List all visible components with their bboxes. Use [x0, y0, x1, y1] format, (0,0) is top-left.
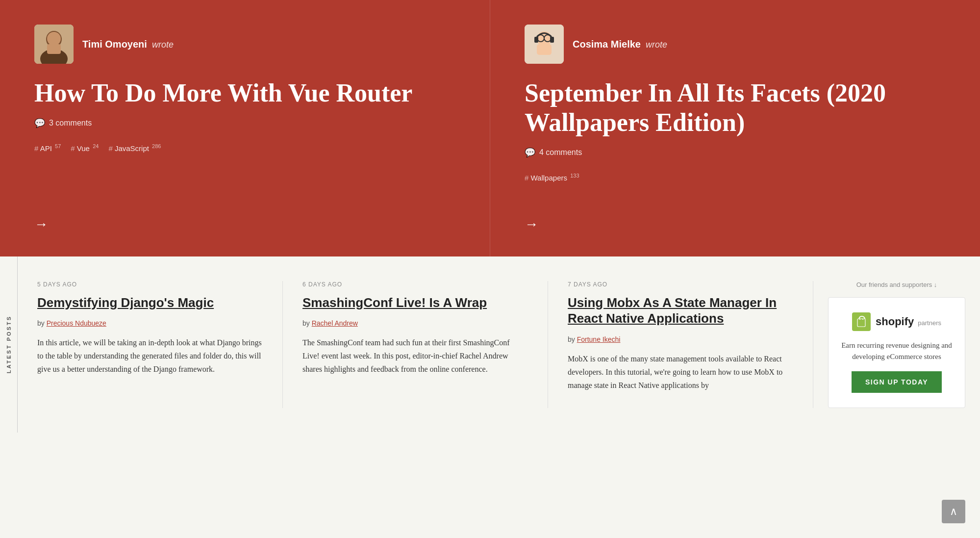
hero-arrow-1[interactable]: →: [34, 202, 460, 232]
shopify-logo: shopify partners: [852, 312, 941, 331]
hero-card-1: Timi Omoyeni wrote How To Do More With V…: [0, 0, 490, 256]
article-date-1: 5 DAYS AGO: [37, 281, 263, 288]
friends-label: Our friends and supporters ↓: [828, 281, 965, 288]
author-row-1: Timi Omoyeni wrote: [34, 25, 460, 64]
svg-rect-13: [857, 319, 865, 327]
article-excerpt-1: In this article, we will be taking an in…: [37, 336, 263, 376]
author-name-2: Cosima Mielke wrote: [573, 39, 667, 50]
author-avatar-1: [34, 25, 74, 64]
shopify-brand-name: shopify: [876, 315, 914, 328]
hero-card-2: Cosima Mielke wrote September In All Its…: [490, 0, 980, 256]
latest-label: LATEST POSTS: [6, 315, 12, 373]
svg-point-3: [47, 32, 61, 46]
signup-button[interactable]: SIGN UP TODAY: [852, 371, 942, 393]
article-author-link-3[interactable]: Fortune Ikechi: [577, 335, 621, 343]
comment-count-1: 3 comments: [49, 119, 92, 128]
author-avatar-2: [525, 25, 564, 64]
hero-title-1: How To Do More With Vue Router: [34, 78, 460, 108]
article-author-2: by Rachel Andrew: [302, 319, 528, 327]
author-name-text-1: Timi Omoyeni: [82, 39, 147, 50]
tag-api[interactable]: API 57: [34, 143, 61, 153]
ad-box: shopify partners Earn recurring revenue …: [828, 297, 965, 409]
ad-description: Earn recurring revenue designing and dev…: [840, 340, 953, 363]
latest-label-container: LATEST POSTS: [0, 256, 18, 433]
svg-rect-4: [47, 44, 61, 54]
tag-wallpapers[interactable]: Wallpapers 133: [525, 173, 579, 182]
hero-arrow-2[interactable]: →: [525, 202, 951, 232]
hero-comments-1[interactable]: 💬 3 comments: [34, 118, 460, 128]
hero-title-2: September In All Its Facets (2020 Wallpa…: [525, 78, 951, 137]
shopify-text-container: shopify partners: [876, 315, 941, 328]
hero-tags-2: Wallpapers 133: [525, 173, 951, 182]
chevron-up-icon: ∧: [950, 505, 957, 518]
hero-tags-1: API 57 Vue 24 JavaScript 286: [34, 143, 460, 153]
article-date-3: 7 DAYS AGO: [568, 281, 793, 288]
author-name-1: Timi Omoyeni wrote: [82, 39, 174, 50]
article-title-2[interactable]: SmashingConf Live! Is A Wrap: [302, 295, 528, 311]
article-title-3[interactable]: Using Mobx As A State Manager In React N…: [568, 295, 793, 327]
article-excerpt-2: The SmashingConf team had such fun at th…: [302, 336, 528, 376]
author-wrote-2: wrote: [646, 40, 667, 50]
svg-rect-7: [537, 44, 552, 55]
scroll-to-top-button[interactable]: ∧: [942, 500, 965, 523]
article-author-link-2[interactable]: Rachel Andrew: [312, 319, 358, 327]
shopify-sub-label: partners: [918, 319, 941, 327]
article-author-3: by Fortune Ikechi: [568, 335, 793, 343]
tag-javascript[interactable]: JavaScript 286: [108, 143, 161, 153]
article-col-3: 7 DAYS AGO Using Mobx As A State Manager…: [548, 281, 813, 409]
author-name-text-2: Cosima Mielke: [573, 39, 641, 50]
hero-section: Timi Omoyeni wrote How To Do More With V…: [0, 0, 980, 256]
article-col-1: 5 DAYS AGO Demystifying Django's Magic b…: [18, 281, 283, 409]
article-excerpt-3: MobX is one of the many state management…: [568, 352, 793, 392]
tag-vue[interactable]: Vue 24: [71, 143, 99, 153]
article-author-link-1[interactable]: Precious Ndubueze: [47, 319, 106, 327]
latest-section: LATEST POSTS 5 DAYS AGO Demystifying Dja…: [0, 256, 980, 433]
comment-icon-2: 💬: [525, 147, 535, 158]
shopify-bag-icon: [852, 312, 871, 331]
svg-rect-12: [550, 37, 554, 43]
comment-count-2: 4 comments: [539, 148, 582, 157]
comment-icon-1: 💬: [34, 118, 45, 128]
article-date-2: 6 DAYS AGO: [302, 281, 528, 288]
sidebar-ad-col: Our friends and supporters ↓ shopify par…: [813, 281, 980, 409]
article-title-1[interactable]: Demystifying Django's Magic: [37, 295, 263, 311]
article-col-2: 6 DAYS AGO SmashingConf Live! Is A Wrap …: [283, 281, 548, 409]
svg-rect-11: [534, 37, 538, 43]
author-row-2: Cosima Mielke wrote: [525, 25, 951, 64]
articles-grid: 5 DAYS AGO Demystifying Django's Magic b…: [18, 256, 980, 433]
hero-comments-2[interactable]: 💬 4 comments: [525, 147, 951, 158]
author-wrote-1: wrote: [152, 40, 174, 50]
article-author-1: by Precious Ndubueze: [37, 319, 263, 327]
